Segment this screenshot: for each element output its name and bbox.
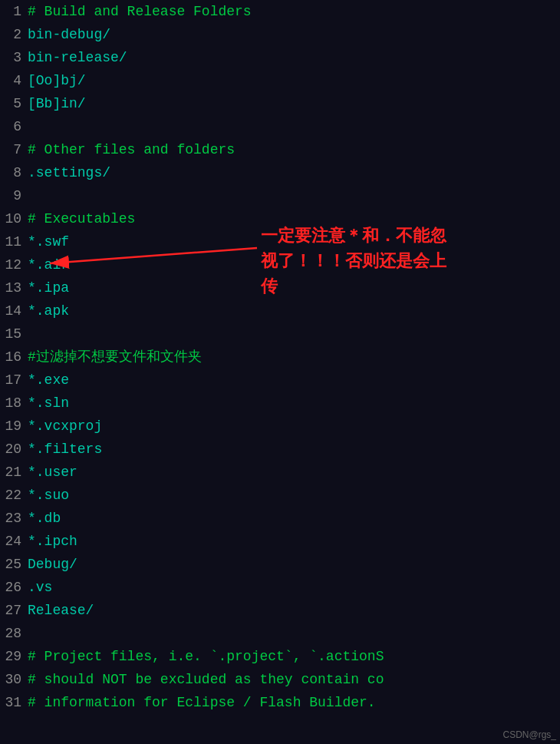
line-content: bin-release/ — [28, 46, 560, 69]
line-content: [Oo]bj/ — [28, 69, 560, 92]
line-number: 2 — [0, 23, 28, 46]
line-content: *.sln — [28, 392, 560, 415]
table-row: 24*.ipch — [0, 530, 560, 553]
line-number: 19 — [0, 415, 28, 438]
line-content: [Bb]in/ — [28, 92, 560, 115]
line-number: 20 — [0, 438, 28, 461]
line-number: 8 — [0, 161, 28, 184]
line-content: Debug/ — [28, 553, 560, 576]
table-row: 5[Bb]in/ — [0, 92, 560, 115]
table-row: 7# Other files and folders — [0, 138, 560, 161]
line-number: 31 — [0, 691, 28, 714]
line-number: 13 — [0, 276, 28, 299]
line-number: 25 — [0, 553, 28, 576]
line-content: # should NOT be excluded as they contain… — [28, 668, 560, 691]
line-number: 16 — [0, 346, 28, 369]
table-row: 19*.vcxproj — [0, 415, 560, 438]
line-number: 6 — [0, 115, 28, 138]
line-number: 30 — [0, 668, 28, 691]
line-number: 5 — [0, 92, 28, 115]
line-number: 27 — [0, 599, 28, 622]
line-content: *.exe — [28, 369, 560, 392]
line-content: .vs — [28, 576, 560, 599]
line-number: 11 — [0, 230, 28, 253]
line-number: 17 — [0, 369, 28, 392]
table-row: 21*.user — [0, 461, 560, 484]
line-content: *.user — [28, 461, 560, 484]
line-number: 22 — [0, 484, 28, 507]
line-content: bin-debug/ — [28, 23, 560, 46]
line-number: 9 — [0, 184, 28, 207]
table-row: 23*.db — [0, 507, 560, 530]
watermark: CSDN@rgs_ — [502, 729, 556, 740]
line-number: 14 — [0, 299, 28, 322]
line-content: # information for Eclipse / Flash Builde… — [28, 691, 560, 714]
line-content: # Build and Release Folders — [28, 0, 560, 23]
line-number: 18 — [0, 392, 28, 415]
table-row: 6 — [0, 115, 560, 138]
table-row: 29# Project files, i.e. `.project`, `.ac… — [0, 645, 560, 668]
table-row: 17*.exe — [0, 369, 560, 392]
table-row: 22*.suo — [0, 484, 560, 507]
line-number: 1 — [0, 0, 28, 23]
line-number: 10 — [0, 207, 28, 230]
line-content: *.suo — [28, 484, 560, 507]
table-row: 20*.filters — [0, 438, 560, 461]
line-number: 12 — [0, 253, 28, 276]
table-row: 9 — [0, 184, 560, 207]
table-row: 16#过滤掉不想要文件和文件夹 — [0, 346, 560, 369]
arrow-annotation — [42, 244, 265, 267]
line-number: 28 — [0, 622, 28, 645]
line-content: #过滤掉不想要文件和文件夹 — [28, 346, 560, 369]
table-row: 3bin-release/ — [0, 46, 560, 69]
table-row: 8.settings/ — [0, 161, 560, 184]
svg-line-1 — [50, 248, 257, 263]
line-content: .settings/ — [28, 161, 560, 184]
code-editor: 1# Build and Release Folders2bin-debug/3… — [0, 0, 560, 744]
annotation-text: 一定要注意＊和．不能忽 视了！！！否则还是会上 传 — [261, 223, 446, 299]
line-number: 29 — [0, 645, 28, 668]
table-row: 1# Build and Release Folders — [0, 0, 560, 23]
table-row: 25Debug/ — [0, 553, 560, 576]
line-number: 26 — [0, 576, 28, 599]
table-row: 30# should NOT be excluded as they conta… — [0, 668, 560, 691]
annotation-box: 一定要注意＊和．不能忽 视了！！！否则还是会上 传 — [261, 223, 446, 299]
line-number: 7 — [0, 138, 28, 161]
table-row: 2bin-debug/ — [0, 23, 560, 46]
table-row: 15 — [0, 322, 560, 346]
line-number: 21 — [0, 461, 28, 484]
line-content: *.vcxproj — [28, 415, 560, 438]
table-row: 27Release/ — [0, 599, 560, 622]
line-number: 4 — [0, 69, 28, 92]
table-row: 18*.sln — [0, 392, 560, 415]
line-content: *.filters — [28, 438, 560, 461]
line-content: *.apk — [28, 299, 560, 322]
line-content: *.db — [28, 507, 560, 530]
line-content: # Other files and folders — [28, 138, 560, 161]
line-content: Release/ — [28, 599, 560, 622]
table-row: 31# information for Eclipse / Flash Buil… — [0, 691, 560, 714]
table-row: 4[Oo]bj/ — [0, 69, 560, 92]
table-row: 14*.apk — [0, 299, 560, 322]
table-row: 26.vs — [0, 576, 560, 599]
line-number: 23 — [0, 507, 28, 530]
line-content: *.ipch — [28, 530, 560, 553]
line-number: 15 — [0, 322, 28, 346]
line-content: # Project files, i.e. `.project`, `.acti… — [28, 645, 560, 668]
line-number: 24 — [0, 530, 28, 553]
line-number: 3 — [0, 46, 28, 69]
table-row: 28 — [0, 622, 560, 645]
